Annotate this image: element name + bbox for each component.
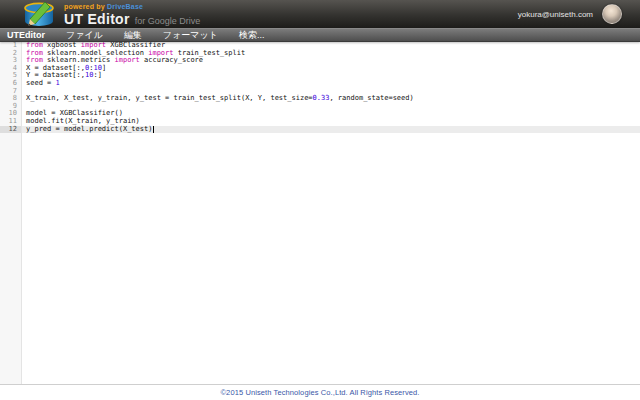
code-token: ] (102, 64, 106, 72)
line-number: 3 (0, 57, 21, 65)
code-line: Y = dataset[:,10:] (26, 72, 640, 80)
code-token: X_train, X_test, y_train, y_test = train… (26, 94, 313, 102)
menu-item-uteditor[interactable]: UTEditor (7, 30, 57, 40)
code-token: accuracy_score (140, 56, 203, 64)
app-title: UT Editor (64, 12, 130, 26)
line-number: 4 (0, 65, 21, 73)
code-token: :] (93, 71, 101, 79)
editor-code-area: from xgboost import XGBClassifierfrom sk… (22, 42, 640, 384)
code-line: from sklearn.metrics import accuracy_sco… (26, 57, 640, 65)
line-number: 2 (0, 50, 21, 58)
code-token: , random_state=seed) (329, 94, 413, 102)
number-token: 0.33 (313, 94, 330, 102)
code-token: seed = (26, 79, 56, 87)
keyword-token: import (115, 56, 140, 64)
line-number: 1 (0, 42, 21, 50)
drivebase-database-pencil-logo (22, 1, 58, 28)
app-subtitle: for Google Drive (135, 17, 201, 26)
editor-gutter: 123456789101112 (0, 42, 22, 384)
code-line: X_train, X_test, y_train, y_test = train… (26, 95, 640, 103)
user-avatar[interactable] (602, 4, 622, 24)
code-line: y_pred = model.predict(X_test) (22, 126, 640, 134)
menu-item-format[interactable]: フォーマット (163, 29, 230, 42)
menu-bar: UTEditorファイル編集フォーマット検索... (0, 28, 640, 42)
menu-item-edit[interactable]: 編集 (124, 29, 154, 42)
line-number: 5 (0, 72, 21, 80)
line-number: 7 (0, 88, 21, 96)
line-number: 6 (0, 80, 21, 88)
code-token: y_pred = model.predict(X_test) (26, 125, 152, 133)
copyright-text: ©2015 Uniseth Technologies Co.,Ltd. All … (220, 388, 419, 397)
drivebase-link[interactable]: DriveBase (107, 3, 143, 10)
app-header: powered by DriveBase UT Editor for Googl… (0, 0, 640, 28)
powered-by-label: powered by (64, 3, 105, 10)
line-number: 12 (0, 126, 21, 134)
menu-item-file[interactable]: ファイル (66, 29, 115, 42)
code-editor[interactable]: 123456789101112 from xgboost import XGBC… (0, 42, 640, 384)
user-email: yokura@uniseth.com (518, 10, 593, 19)
code-line: X = dataset[:,0:10] (26, 65, 640, 73)
number-token: 1 (56, 79, 60, 87)
page-footer: ©2015 Uniseth Technologies Co.,Ltd. All … (0, 384, 640, 400)
line-number: 8 (0, 95, 21, 103)
brand-text-block: powered by DriveBase UT Editor for Googl… (64, 3, 200, 26)
text-cursor (153, 126, 154, 133)
menu-item-search[interactable]: 検索... (239, 29, 277, 42)
code-line: seed = 1 (26, 80, 640, 88)
